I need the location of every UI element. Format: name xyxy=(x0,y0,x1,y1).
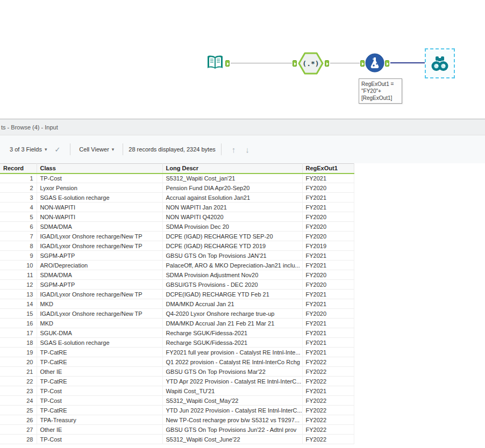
table-row[interactable]: 5NON-WAPITINON WAPITI Q42020FY2020 xyxy=(0,212,354,222)
annotation-line: [RegExOut1] xyxy=(361,95,400,102)
results-grid[interactable]: Record Class Long Descr RegExOut1 1TP-Co… xyxy=(0,163,354,444)
regexout1-cell: FY2021 xyxy=(302,328,354,338)
record-cell: 18 xyxy=(0,338,37,348)
table-row[interactable]: 19TP-CatREFY2021 full year provision - C… xyxy=(0,348,354,357)
check-icon[interactable]: ✓ xyxy=(50,146,65,154)
connection-formula-browse[interactable] xyxy=(390,62,425,63)
regexout1-cell: FY2019 xyxy=(302,241,354,251)
class-cell: SGAS E-solution recharge xyxy=(37,338,162,348)
long-descr-cell: Q1 2022 provision - Catalyst RE Intnl-In… xyxy=(162,357,302,367)
record-cell: 20 xyxy=(0,357,37,367)
long-descr-cell: YTD Apr 2022 Provision - Catalyst RE Int… xyxy=(162,377,302,386)
class-cell: Lyxor Pension xyxy=(37,183,162,193)
record-cell: 1 xyxy=(0,174,37,183)
table-row[interactable]: 24TP-CostS5312_Wapiti Cost_May'22FY2022 xyxy=(0,396,354,406)
regexout1-cell: FY2022 xyxy=(302,415,354,425)
regex-output-anchor[interactable] xyxy=(325,60,329,67)
class-cell: NON-WAPITI xyxy=(37,203,162,212)
chevron-down-icon: ▾ xyxy=(45,147,47,152)
record-cell: 23 xyxy=(0,386,37,396)
long-descr-cell: PalaceOff, ARO & MKO Depreciation-Jan21 … xyxy=(162,261,302,270)
long-descr-cell: Recharge SGUK/Fidessa-2021 xyxy=(162,338,302,348)
table-row[interactable]: 12SGPM-APTPGBSU/GTS Provisions - DEC 202… xyxy=(0,280,354,290)
regex-label: (.*) xyxy=(302,60,319,68)
regex-tool-icon[interactable]: (.*) xyxy=(297,50,324,76)
input-output-anchor[interactable] xyxy=(225,60,230,67)
header-long-descr[interactable]: Long Descr xyxy=(162,164,302,174)
regexout1-cell: FY2021 xyxy=(302,348,354,357)
browse-tool-icon[interactable] xyxy=(430,54,450,73)
formula-tool-icon[interactable] xyxy=(365,53,384,73)
regexout1-cell: FY2021 xyxy=(302,338,354,348)
arrow-up-icon[interactable]: ↑ xyxy=(227,145,241,154)
formula-annotation[interactable]: RegExOut1 = "FY20"+ [RegExOut1] xyxy=(359,78,402,104)
chevron-down-icon: ▾ xyxy=(112,147,115,152)
long-descr-cell: S5312_Wapiti Cost_May'22 xyxy=(162,396,302,406)
toolbar-divider xyxy=(123,143,123,155)
long-descr-cell: DMA/MKD Accrual Jan 21 xyxy=(162,299,302,309)
table-row[interactable]: 14MKDDMA/MKD Accrual Jan 21FY2021 xyxy=(0,299,354,309)
table-row[interactable]: 8IGAD/Lyxor Onshore recharge/New TPDCPE … xyxy=(0,241,354,251)
table-row[interactable]: 16MKDDMA/MKD Accrual Jan 21 Feb 21 Mar 2… xyxy=(0,319,354,328)
class-cell: Other IE xyxy=(37,367,162,377)
table-row[interactable]: 27Other IEGBSU GTS On Top Provisions Jun… xyxy=(0,425,354,435)
table-row[interactable]: 13IGAD/Lyxor Onshore recharge/New TPDCPE… xyxy=(0,290,354,299)
results-table: Record Class Long Descr RegExOut1 1TP-Co… xyxy=(0,163,354,444)
table-row[interactable]: 26TPA-TreasuryNew TP-Cost recharge prov … xyxy=(0,415,354,425)
record-cell: 14 xyxy=(0,299,37,309)
class-cell: SGPM-APTP xyxy=(37,251,162,261)
class-cell: SGUK-DMA xyxy=(37,328,162,338)
regexout1-cell: FY2022 xyxy=(302,377,354,386)
table-row[interactable]: 28TP-CostS5312_Wapiti Cost_June'22FY2022 xyxy=(0,435,354,444)
record-cell: 2 xyxy=(0,183,37,193)
results-panel-title: ts - Browse (4) - Input xyxy=(1,124,58,131)
regex-input-anchor[interactable] xyxy=(293,60,297,67)
header-regexout1[interactable]: RegExOut1 xyxy=(302,164,354,174)
record-cell: 22 xyxy=(0,377,37,386)
regexout1-cell: FY2021 xyxy=(302,319,354,328)
table-row[interactable]: 22TP-CatREYTD Apr 2022 Provision - Catal… xyxy=(0,377,354,386)
regexout1-cell: FY2021 xyxy=(302,261,354,270)
table-row[interactable]: 11SDMA/DMASDMA Provision Adjustment Nov2… xyxy=(0,270,354,280)
table-row[interactable]: 15IGAD/Lyxor Onshore recharge/New TPQ4-2… xyxy=(0,309,354,319)
long-descr-cell: DMA/MKD Accrual Jan 21 Feb 21 Mar 21 xyxy=(162,319,302,328)
header-class[interactable]: Class xyxy=(37,164,162,174)
class-cell: IGAD/Lyxor Onshore recharge/New TP xyxy=(37,241,162,251)
table-row[interactable]: 18SGAS E-solution rechargeRecharge SGUK/… xyxy=(0,338,354,348)
toolbar-divider xyxy=(70,143,70,155)
table-row[interactable]: 25TP-CatREYTD Jun 2022 Provision - Catal… xyxy=(0,406,354,415)
table-row[interactable]: 23TP-CostWapiti Cost_TU'21FY2021 xyxy=(0,386,354,396)
table-row[interactable]: 10ARO/DepreciationPalaceOff, ARO & MKO D… xyxy=(0,261,354,270)
formula-output-anchor[interactable] xyxy=(385,60,389,67)
table-row[interactable]: 9SGPM-APTPGBSU GTS On Top Provisions JAN… xyxy=(0,251,354,261)
table-row[interactable]: 20TP-CatREQ1 2022 provision - Catalyst R… xyxy=(0,357,354,367)
table-row[interactable]: 21Other IEGBSU GTS On Top Provisions Mar… xyxy=(0,367,354,377)
fields-dropdown[interactable]: 3 of 3 Fields ▾ xyxy=(6,144,50,155)
table-row[interactable]: 17SGUK-DMARecharge SGUK/Fidessa-2021FY20… xyxy=(0,328,354,338)
input-data-tool-icon[interactable] xyxy=(206,54,224,72)
table-row[interactable]: 1TP-CostS5312_Wapiti Cost_jan'21FY2021 xyxy=(0,174,354,183)
arrow-down-icon[interactable]: ↓ xyxy=(240,145,254,154)
table-header-row: Record Class Long Descr RegExOut1 xyxy=(0,164,354,174)
record-cell: 6 xyxy=(0,222,37,232)
table-row[interactable]: 7IGAD/Lyxor Onshore recharge/New TPDCPE … xyxy=(0,232,354,241)
connection-regex-formula[interactable] xyxy=(330,63,360,63)
long-descr-cell: NON WAPITI Q42020 xyxy=(162,212,302,222)
table-row[interactable]: 2Lyxor PensionPension Fund DIA Apr20-Sep… xyxy=(0,183,354,193)
regexout1-cell: FY2022 xyxy=(302,396,354,406)
cell-viewer-dropdown[interactable]: Cell Viewer ▾ xyxy=(76,144,117,155)
table-row[interactable]: 4NON-WAPITINON WAPITI Jan 2021FY2021 xyxy=(0,203,354,212)
header-record[interactable]: Record xyxy=(0,164,37,174)
record-cell: 15 xyxy=(0,309,37,319)
record-cell: 10 xyxy=(0,261,37,270)
class-cell: IGAD/Lyxor Onshore recharge/New TP xyxy=(37,290,162,299)
long-descr-cell: New TP-Cost recharge prov b/w S5312 vs T… xyxy=(162,415,302,425)
record-cell: 21 xyxy=(0,367,37,377)
table-row[interactable]: 3SGAS E-solution rechargeAccrual against… xyxy=(0,193,354,203)
workflow-canvas[interactable]: (.*) RegExOut1 = "FY20"+ [RegExOut1] xyxy=(0,0,485,119)
connection-input-regex[interactable] xyxy=(231,63,292,63)
table-row[interactable]: 6SDMA/DMASDMA Provision Dec 20FY2020 xyxy=(0,222,354,232)
formula-input-anchor[interactable] xyxy=(360,60,365,67)
record-cell: 17 xyxy=(0,328,37,338)
class-cell: TP-CatRE xyxy=(37,357,162,367)
